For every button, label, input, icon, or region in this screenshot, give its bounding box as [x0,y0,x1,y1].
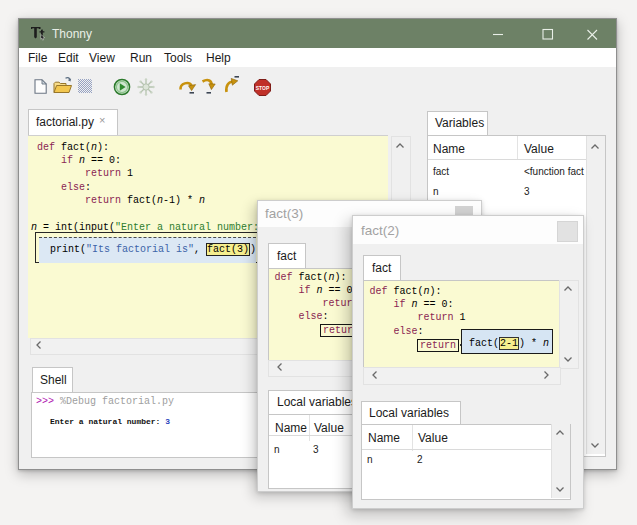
svg-text:STOP: STOP [256,86,270,91]
